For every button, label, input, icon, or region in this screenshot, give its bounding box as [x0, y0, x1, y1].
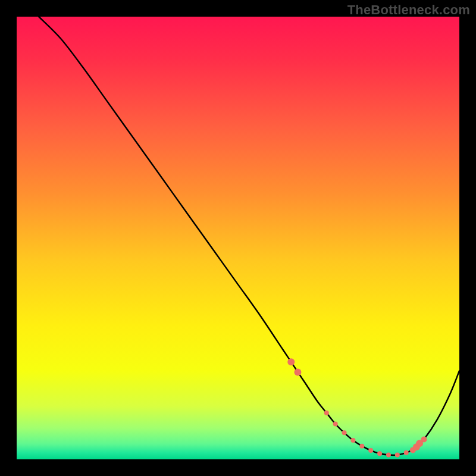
highlight-dot: [287, 358, 295, 365]
highlight-dot: [395, 453, 400, 458]
highlight-dot: [359, 444, 364, 449]
highlight-dot: [386, 453, 391, 458]
highlight-dot: [377, 451, 382, 456]
highlight-dot: [404, 450, 409, 455]
highlight-dot: [342, 430, 347, 435]
highlight-dot: [421, 437, 427, 443]
highlight-dot: [324, 411, 329, 415]
highlight-dot: [350, 438, 355, 443]
highlight-dot: [294, 368, 301, 375]
highlight-dot: [333, 421, 338, 426]
bottleneck-chart: [0, 0, 476, 476]
highlight-dot: [368, 448, 373, 453]
watermark-text: TheBottleneck.com: [347, 2, 470, 18]
chart-plot-area: [17, 17, 459, 459]
chart-frame: TheBottleneck.com: [0, 0, 476, 476]
